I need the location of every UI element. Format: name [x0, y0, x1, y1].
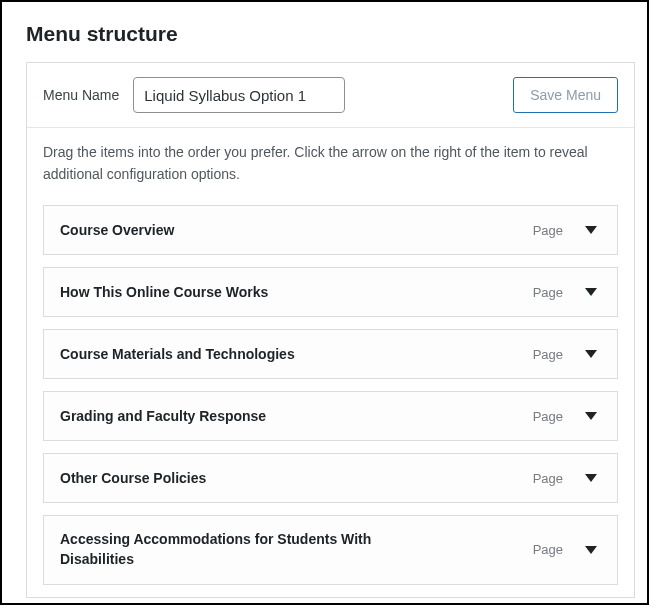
chevron-down-icon — [585, 474, 597, 482]
menu-item-type: Page — [533, 285, 563, 300]
menu-item[interactable]: Other Course Policies Page — [43, 453, 618, 503]
menu-item[interactable]: Grading and Faculty Response Page — [43, 391, 618, 441]
chevron-down-icon — [585, 350, 597, 358]
menu-item-title: Grading and Faculty Response — [60, 407, 266, 427]
menu-item-meta: Page — [533, 346, 601, 362]
menu-item-title: How This Online Course Works — [60, 283, 268, 303]
menu-item-type: Page — [533, 409, 563, 424]
menu-item[interactable]: How This Online Course Works Page — [43, 267, 618, 317]
menu-item-type: Page — [533, 542, 563, 557]
menu-item-toggle[interactable] — [581, 284, 601, 300]
menu-item-toggle[interactable] — [581, 222, 601, 238]
menu-item-meta: Page — [533, 284, 601, 300]
menu-item-meta: Page — [533, 470, 601, 486]
menu-item-toggle[interactable] — [581, 542, 601, 558]
menu-item[interactable]: Course Materials and Technologies Page — [43, 329, 618, 379]
save-menu-button[interactable]: Save Menu — [513, 77, 618, 113]
chevron-down-icon — [585, 546, 597, 554]
menu-panel: Menu Name Save Menu Drag the items into … — [26, 62, 635, 598]
chevron-down-icon — [585, 288, 597, 296]
menu-item-title: Other Course Policies — [60, 469, 206, 489]
menu-item-meta: Page — [533, 408, 601, 424]
menu-panel-body: Drag the items into the order you prefer… — [27, 128, 634, 585]
menu-item[interactable]: Accessing Accommodations for Students Wi… — [43, 515, 618, 584]
menu-item-title: Course Materials and Technologies — [60, 345, 295, 365]
menu-item[interactable]: Course Overview Page — [43, 205, 618, 255]
menu-item-type: Page — [533, 223, 563, 238]
app-frame: Menu structure Menu Name Save Menu Drag … — [0, 0, 649, 605]
chevron-down-icon — [585, 226, 597, 234]
menu-item-toggle[interactable] — [581, 470, 601, 486]
menu-item-toggle[interactable] — [581, 408, 601, 424]
menu-name-label: Menu Name — [43, 87, 119, 103]
menu-item-toggle[interactable] — [581, 346, 601, 362]
menu-item-title: Course Overview — [60, 221, 174, 241]
menu-items-list: Course Overview Page How This Online Cou… — [43, 205, 618, 584]
menu-panel-header: Menu Name Save Menu — [27, 63, 634, 128]
menu-name-input[interactable] — [133, 77, 345, 113]
menu-item-title: Accessing Accommodations for Students Wi… — [60, 530, 440, 569]
page-title: Menu structure — [26, 22, 635, 46]
chevron-down-icon — [585, 412, 597, 420]
instructions-text: Drag the items into the order you prefer… — [43, 142, 618, 185]
menu-item-meta: Page — [533, 542, 601, 558]
menu-item-meta: Page — [533, 222, 601, 238]
menu-item-type: Page — [533, 347, 563, 362]
menu-item-type: Page — [533, 471, 563, 486]
